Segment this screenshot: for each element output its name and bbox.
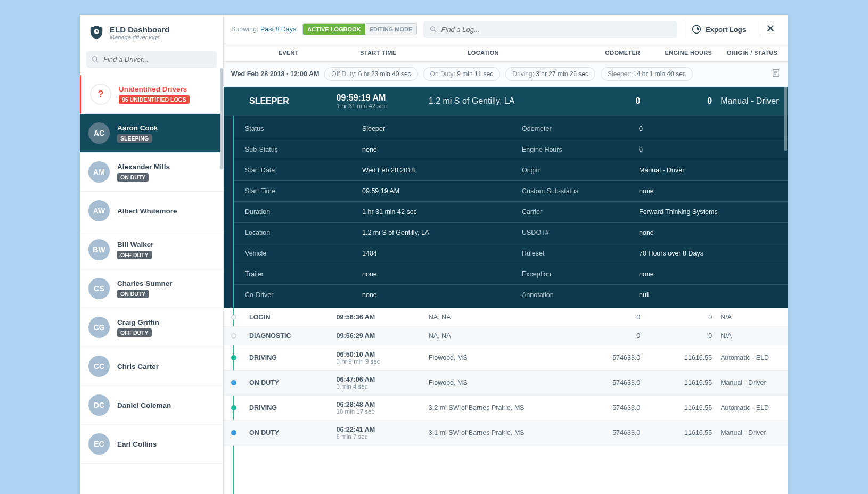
log-row[interactable]: ON DUTY 06:22:41 AM6 min 7 sec 3.1 mi SW…: [224, 421, 788, 446]
log-row[interactable]: LOGIN 09:56:36 AM NA, NA 0 0 N/A: [224, 308, 788, 327]
log-duration: 3 hr 9 min 9 sec: [337, 358, 420, 365]
driver-name: Albert Whitemore: [117, 207, 177, 215]
detail-value: null: [639, 291, 649, 299]
log-search[interactable]: [423, 21, 677, 38]
log-row[interactable]: ON DUTY 06:47:06 AM3 min 4 sec Flowood, …: [224, 370, 788, 396]
log-duration: 6 min 7 sec: [337, 433, 420, 440]
col-location: LOCATION: [424, 50, 542, 56]
timeline-bullet: [231, 333, 236, 339]
log-time: 06:50:10 AM: [337, 351, 420, 358]
driver-row[interactable]: AW Albert Whitemore: [80, 192, 223, 230]
driver-name: Craig Griffin: [117, 318, 159, 326]
driver-row[interactable]: DC Daniel Coleman: [80, 386, 223, 425]
log-time: 09:56:29 AM: [337, 332, 420, 340]
log-search-input[interactable]: [441, 26, 672, 34]
driver-row[interactable]: AC Aaron Cook SLEEPING: [80, 114, 223, 153]
timeline-bullet: [231, 380, 236, 385]
svg-point-3: [431, 27, 435, 31]
log-duration: 18 min 17 sec: [337, 408, 420, 415]
log-time: 06:22:41 AM: [337, 426, 420, 433]
main-panel: Showing: Past 8 Days ACTIVE LOGBOOK EDIT…: [224, 15, 788, 494]
svg-line-2: [96, 60, 99, 62]
unidentified-badge: 96 UNIDENTIFIED LOGS: [119, 95, 190, 104]
detail-row: Custom Sub-statusnone: [511, 181, 788, 202]
driver-avatar: DC: [88, 394, 110, 416]
log-origin: N/A: [716, 332, 788, 340]
driver-name: Bill Walker: [117, 241, 154, 249]
search-icon: [92, 56, 99, 63]
log-engine: 0: [644, 314, 716, 321]
mode-toggle[interactable]: ACTIVE LOGBOOK EDITING MODE: [302, 23, 417, 35]
log-time: 09:56:36 AM: [337, 314, 420, 321]
log-odometer: 574633.0: [542, 354, 644, 361]
detail-row: USDOT#none: [511, 223, 788, 243]
log-engine: 11616.55: [644, 354, 716, 361]
detail-row: StatusSleeper: [234, 119, 511, 139]
log-location: 3.2 mi SW of Barnes Prairie, MS: [424, 404, 542, 411]
sidebar-scrollbar[interactable]: [220, 68, 223, 169]
detail-key: Ruleset: [522, 250, 639, 257]
detail-row: Co-Drivernone: [234, 285, 511, 305]
detail-value: 1 hr 31 min 42 sec: [362, 208, 417, 216]
log-time: 06:28:48 AM: [337, 401, 420, 408]
log-row[interactable]: DRIVING 06:50:10 AM3 hr 9 min 9 sec Flow…: [224, 345, 788, 370]
driver-row[interactable]: CC Chris Carter: [80, 347, 223, 386]
export-icon: [692, 24, 701, 34]
detail-value: 1.2 mi S of Gentilly, LA: [362, 229, 429, 236]
detail-row: Exceptionnone: [511, 264, 788, 285]
log-row[interactable]: DRIVING 06:28:48 AM18 min 17 sec 3.2 mi …: [224, 396, 788, 421]
driver-search[interactable]: [86, 51, 217, 68]
log-event: ON DUTY: [245, 429, 332, 437]
expanded-log: SLEEPER 09:59:19 AM1 hr 31 min 42 sec 1.…: [224, 87, 788, 308]
detail-key: Duration: [245, 208, 362, 216]
log-location: Flowood, MS: [424, 354, 542, 361]
driver-row[interactable]: CG Craig Griffin OFF DUTY: [80, 308, 223, 347]
column-headers: EVENT START TIME LOCATION ODOMETER ENGIN…: [224, 44, 788, 62]
mode-active[interactable]: ACTIVE LOGBOOK: [303, 24, 365, 35]
shield-logo-icon: [88, 24, 104, 40]
log-event: DRIVING: [245, 354, 332, 361]
summary-chip: On Duty: 9 min 11 sec: [423, 67, 501, 81]
driver-name: Daniel Coleman: [117, 401, 171, 409]
expanded-header-row[interactable]: SLEEPER 09:59:19 AM1 hr 31 min 42 sec 1.…: [224, 87, 788, 116]
showing-filter[interactable]: Showing: Past 8 Days: [231, 26, 296, 33]
detail-value: none: [362, 291, 377, 299]
detail-key: Odometer: [522, 125, 639, 133]
summary-chip: Sleeper: 14 hr 1 min 40 sec: [601, 67, 693, 81]
detail-row: Trailernone: [234, 264, 511, 285]
driver-row[interactable]: BW Bill Walker OFF DUTY: [80, 230, 223, 269]
driver-row[interactable]: CS Charles Sumner ON DUTY: [80, 269, 223, 308]
driver-avatar: AW: [88, 200, 110, 221]
unidentified-drivers-row[interactable]: ? Unidentified Drivers 96 UNIDENTIFIED L…: [80, 75, 223, 114]
driver-name: Chris Carter: [117, 363, 159, 370]
driver-avatar: CG: [88, 317, 110, 338]
log-odometer: 574633.0: [542, 379, 644, 386]
day-document-icon[interactable]: [771, 68, 781, 80]
driver-row[interactable]: AM Alexander Mills ON DUTY: [80, 153, 223, 192]
log-event: DIAGNOSTIC: [245, 332, 332, 340]
detail-value: 0: [639, 146, 643, 153]
timeline-bullet: [231, 405, 236, 410]
close-button[interactable]: [760, 21, 781, 37]
log-origin: N/A: [716, 314, 788, 321]
main-scrollbar[interactable]: [784, 87, 787, 151]
driver-search-input[interactable]: [103, 55, 211, 63]
driver-row[interactable]: EC Earl Collins: [80, 425, 223, 464]
sidebar: ELD Dashboard Manage driver logs ? Unide…: [80, 15, 224, 494]
question-icon: ?: [90, 84, 111, 105]
export-logs-button[interactable]: Export Logs: [684, 20, 754, 38]
col-engine: ENGINE HOURS: [644, 50, 716, 56]
log-time: 06:47:06 AM: [337, 376, 420, 383]
unidentified-title: Unidentified Drivers: [119, 85, 190, 93]
detail-key: Co-Driver: [245, 291, 362, 299]
log-event: LOGIN: [245, 314, 332, 321]
driver-status-badge: ON DUTY: [117, 290, 149, 298]
detail-key: Status: [245, 125, 362, 133]
log-row[interactable]: DIAGNOSTIC 09:56:29 AM NA, NA 0 0 N/A: [224, 327, 788, 345]
mode-editing[interactable]: EDITING MODE: [365, 24, 417, 35]
driver-avatar: EC: [88, 433, 110, 455]
detail-value: none: [362, 146, 377, 153]
detail-value: none: [362, 270, 377, 278]
log-odometer: 574633.0: [542, 429, 644, 437]
driver-status-badge: SLEEPING: [117, 134, 152, 143]
